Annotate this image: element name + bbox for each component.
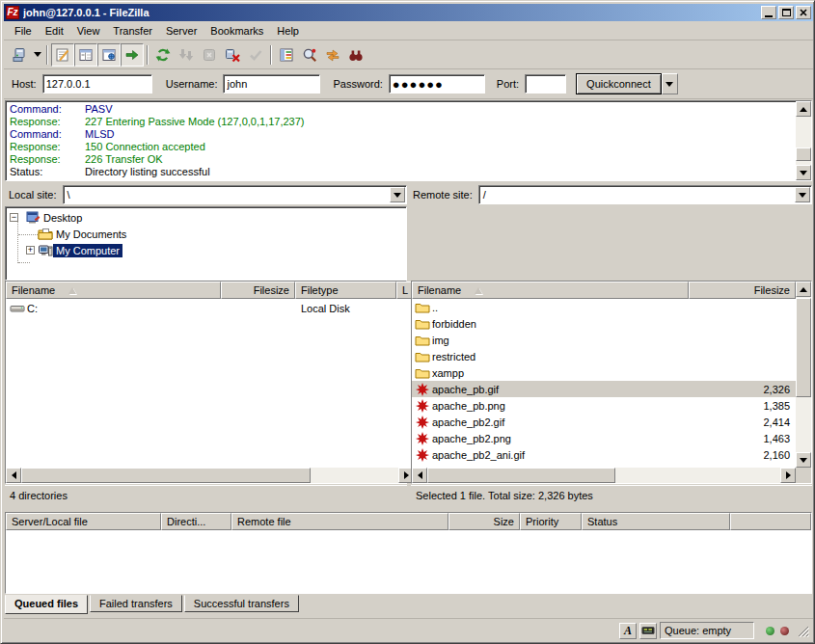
directory-listing-filters-button[interactable]: [275, 43, 298, 67]
local-file-list: Filename Filesize Filetype L C: Local Di…: [5, 281, 407, 484]
scrollbar-track[interactable]: [311, 468, 398, 483]
close-button[interactable]: [796, 6, 811, 19]
menubar: File Edit View Transfer Server Bookmarks…: [4, 21, 813, 40]
remote-site-path: /: [483, 189, 486, 201]
file-row[interactable]: apache_pb2.png1,463: [412, 430, 796, 446]
file-row[interactable]: restricted: [412, 348, 796, 364]
scroll-right-button[interactable]: [780, 468, 796, 483]
transfer-queue: Server/Local file Directi... Remote file…: [5, 512, 812, 594]
local-directory-tree: Desktop My Documents My Computer: [5, 206, 407, 281]
scroll-up-button[interactable]: [796, 101, 811, 117]
cancel-operation-button: [198, 43, 221, 67]
quickconnect-button[interactable]: Quickconnect: [576, 73, 662, 94]
find-files-icon: [348, 47, 364, 63]
collapse-icon[interactable]: [10, 213, 18, 222]
tab-queued-files[interactable]: Queued files: [5, 595, 88, 614]
scrollbar-track[interactable]: [615, 468, 780, 483]
minimize-button[interactable]: [761, 6, 776, 19]
scrollbar-thumb[interactable]: [21, 468, 311, 483]
toggle-local-tree-button[interactable]: [74, 43, 97, 67]
menu-view[interactable]: View: [70, 23, 107, 39]
my-documents-icon: [38, 227, 53, 242]
remote-list-body: .. forbidden img restricted xampp apache…: [412, 299, 796, 468]
scroll-up-button[interactable]: [796, 282, 811, 297]
toggle-remote-tree-button[interactable]: [97, 43, 121, 67]
scrollbar-thumb[interactable]: [427, 468, 615, 483]
column-header-filesize[interactable]: Filesize: [221, 282, 295, 299]
log-entry: Response:226 Transfer OK: [10, 153, 792, 166]
synchronized-browsing-button[interactable]: [321, 43, 344, 67]
remote-tree-icon: [101, 47, 117, 63]
quickconnect-dropdown-button[interactable]: [662, 73, 678, 94]
menu-help[interactable]: Help: [270, 23, 306, 39]
resize-grip[interactable]: [797, 625, 809, 637]
scrollbar-thumb[interactable]: [796, 298, 811, 397]
site-manager-icon: [12, 47, 27, 63]
tab-failed-transfers[interactable]: Failed transfers: [90, 595, 182, 612]
column-header-priority[interactable]: Priority: [520, 513, 582, 530]
menu-file[interactable]: File: [8, 23, 39, 39]
dropdown-arrow-icon: [799, 193, 806, 198]
local-site-bar: Local site: \: [5, 184, 407, 205]
queue-status-box: Queue: empty: [660, 622, 754, 639]
tree-item-desktop[interactable]: Desktop: [10, 209, 85, 226]
menu-transfer[interactable]: Transfer: [106, 23, 159, 39]
file-row-selected[interactable]: apache_pb.gif2,326: [412, 381, 796, 397]
file-row[interactable]: forbidden: [412, 315, 796, 332]
local-site-label: Local site:: [9, 189, 57, 201]
scroll-down-icon: [800, 171, 807, 175]
file-row[interactable]: img: [412, 332, 796, 348]
file-row[interactable]: apache_pb2_ani.gif2,160: [412, 446, 796, 463]
file-row-local-disk[interactable]: C: Local Disk: [6, 300, 414, 316]
find-files-button[interactable]: [344, 43, 367, 67]
disconnect-button[interactable]: [221, 43, 244, 67]
menu-edit[interactable]: Edit: [39, 23, 70, 39]
message-log: Command:PASV Response:227 Entering Passi…: [5, 100, 812, 181]
column-header-filetype[interactable]: Filetype: [295, 282, 396, 299]
column-header-filename[interactable]: Filename: [6, 282, 221, 299]
column-header-status[interactable]: Status: [582, 513, 730, 530]
password-input[interactable]: [389, 74, 485, 94]
menu-server[interactable]: Server: [159, 23, 204, 39]
local-site-combobox[interactable]: \: [63, 185, 407, 204]
toggle-transfer-queue-button[interactable]: [121, 43, 144, 67]
scroll-down-button[interactable]: [796, 452, 811, 468]
port-input[interactable]: [525, 74, 566, 94]
column-header-direction[interactable]: Directi...: [161, 513, 231, 530]
tab-successful-transfers[interactable]: Successful transfers: [184, 595, 299, 612]
expand-icon[interactable]: [26, 246, 35, 255]
menu-bookmarks[interactable]: Bookmarks: [204, 23, 270, 39]
directory-comparison-button[interactable]: [298, 43, 321, 67]
file-row[interactable]: xampp: [412, 364, 796, 381]
folder-icon: [415, 300, 430, 315]
host-input[interactable]: [42, 74, 152, 94]
combobox-dropdown-button[interactable]: [390, 187, 405, 202]
toggle-message-log-button[interactable]: [51, 43, 74, 67]
column-header-filename[interactable]: Filename: [412, 282, 689, 299]
column-header-remote-file[interactable]: Remote file: [231, 513, 448, 530]
tree-item-my-documents[interactable]: My Documents: [38, 226, 129, 242]
file-row[interactable]: apache_pb.png1,385: [412, 397, 796, 414]
site-manager-dropdown-button[interactable]: [31, 43, 43, 67]
file-row[interactable]: apache_pb2.gif2,414: [412, 414, 796, 430]
filezilla-logo-icon: Fz: [6, 6, 19, 19]
dropdown-arrow-icon: [34, 52, 41, 57]
refresh-button[interactable]: [151, 43, 175, 67]
scroll-left-button[interactable]: [6, 468, 21, 483]
username-input[interactable]: [223, 74, 320, 94]
combobox-dropdown-button[interactable]: [795, 187, 810, 202]
scrollbar-thumb[interactable]: [796, 148, 811, 161]
column-header-size[interactable]: Size: [448, 513, 520, 530]
file-row[interactable]: ..: [412, 299, 796, 315]
tree-item-my-computer[interactable]: My Computer: [26, 242, 122, 258]
scroll-down-button[interactable]: [796, 165, 811, 180]
cancel-icon: [202, 47, 217, 63]
remote-site-combobox[interactable]: /: [478, 185, 812, 204]
column-header-server-local-file[interactable]: Server/Local file: [6, 513, 161, 530]
site-manager-button[interactable]: [8, 43, 31, 67]
scroll-left-button[interactable]: [412, 468, 427, 483]
image-file-icon: [415, 382, 430, 397]
tree-connector: [18, 262, 30, 263]
column-header-filesize[interactable]: Filesize: [689, 282, 796, 299]
maximize-button[interactable]: [778, 6, 794, 19]
